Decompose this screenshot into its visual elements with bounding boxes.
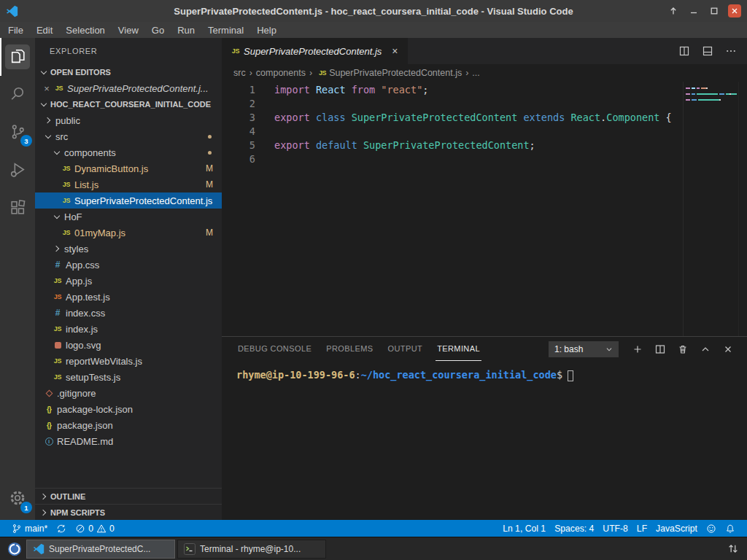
toggle-layout-icon[interactable]	[702, 45, 713, 57]
kill-terminal-icon[interactable]	[677, 343, 689, 355]
panel-tab-terminal[interactable]: TERMINAL	[436, 337, 481, 361]
split-editor-icon[interactable]	[678, 45, 690, 57]
new-terminal-icon[interactable]	[632, 343, 643, 355]
tree-item-package-json[interactable]: {}package.json	[35, 417, 222, 433]
tree-item-label: .gitignore	[57, 388, 96, 399]
tree-item-src[interactable]: src	[35, 128, 222, 144]
minimap[interactable]	[683, 82, 738, 336]
menu-run[interactable]: Run	[171, 22, 201, 38]
tree-item-01mymap-js[interactable]: JS01myMap.jsM	[35, 225, 222, 241]
editor-scrollbar[interactable]	[738, 82, 747, 336]
close-window-button[interactable]	[728, 4, 741, 18]
taskbar-window-label: Terminal - rhyme@ip-10...	[200, 544, 301, 554]
tree-item-superprivateprotectedcontent-js[interactable]: JSSuperPrivateProtectedContent.js	[35, 192, 222, 209]
tree-item-index-js[interactable]: JSindex.js	[35, 321, 222, 337]
close-panel-icon[interactable]	[722, 343, 734, 355]
line-number: 2	[222, 97, 255, 111]
tree-item-gitignore[interactable]: .gitignore	[35, 385, 222, 401]
activitybar-run-debug[interactable]	[0, 152, 35, 190]
minimize-window-button[interactable]	[687, 4, 700, 18]
panel-tabs: DEBUG CONSOLEPROBLEMSOUTPUTTERMINAL	[236, 337, 493, 361]
tree-item-list-js[interactable]: JSList.jsM	[35, 176, 222, 192]
code-editor[interactable]: 1import React from "react";23export clas…	[222, 82, 747, 336]
split-terminal-icon[interactable]	[654, 343, 666, 355]
tree-item-label: styles	[64, 244, 88, 254]
tree-item-styles[interactable]: styles	[35, 241, 222, 257]
status-encoding[interactable]: UTF-8	[598, 524, 632, 534]
panel-tab-output[interactable]: OUTPUT	[387, 337, 425, 361]
code-line: 6	[222, 152, 747, 166]
tree-item-app-css[interactable]: #App.css	[35, 257, 222, 273]
tree-item-app-test-js[interactable]: JSApp.test.js	[35, 289, 222, 305]
breadcrumb-item-superprivateprotectedcontent-js[interactable]: JSSuperPrivateProtectedContent.js	[316, 68, 462, 78]
tree-item-reportwebvitals-js[interactable]: JSreportWebVitals.js	[35, 353, 222, 369]
warning-icon	[96, 524, 107, 534]
chevron-right-icon	[38, 491, 50, 502]
shade-window-button[interactable]	[667, 4, 680, 18]
explorer-icon	[9, 47, 27, 68]
menu-terminal[interactable]: Terminal	[201, 22, 250, 38]
chevron-right-icon	[38, 507, 50, 518]
activitybar-settings[interactable]: 1	[0, 481, 35, 518]
tree-item-components[interactable]: components	[35, 144, 222, 160]
menu-help[interactable]: Help	[250, 22, 283, 38]
menu-file[interactable]: File	[1, 22, 30, 38]
activitybar-explorer[interactable]	[0, 38, 35, 76]
tree-item-setuptests-js[interactable]: JSsetupTests.js	[35, 369, 222, 385]
status-problems[interactable]: 0 0	[71, 520, 119, 537]
menu-go[interactable]: Go	[145, 22, 171, 38]
tree-item-public[interactable]: public	[35, 112, 222, 128]
terminal-path: ~/hoc_react_coursera_initial_code	[361, 369, 557, 381]
tree-item-readme-md[interactable]: iREADME.md	[35, 433, 222, 449]
breadcrumb-item-src[interactable]: src	[233, 68, 246, 78]
activitybar-extensions[interactable]	[0, 190, 35, 228]
activitybar-source-control[interactable]: 3	[0, 114, 35, 152]
section-outline[interactable]: OUTLINE	[35, 488, 222, 504]
close-tab-icon[interactable]: ×	[389, 45, 400, 57]
terminal-shell-select[interactable]: 1: bash	[549, 341, 619, 357]
status-feedback[interactable]	[702, 524, 721, 534]
panel-tab-debug-console[interactable]: DEBUG CONSOLE	[236, 337, 313, 361]
up-down-arrows-icon[interactable]	[727, 543, 743, 554]
tree-item-logo-svg[interactable]: logo.svg	[35, 337, 222, 353]
applications-menu-icon[interactable]	[4, 539, 25, 559]
chevron-down-icon	[604, 344, 614, 354]
tree-item-package-lock-json[interactable]: {}package-lock.json	[35, 401, 222, 417]
status-indentation[interactable]: Spaces: 4	[550, 524, 598, 534]
open-editor-item[interactable]: × JS SuperPrivateProtectedContent.j...	[35, 80, 222, 96]
menu-edit[interactable]: Edit	[30, 22, 59, 38]
maximize-window-button[interactable]	[708, 4, 721, 18]
taskbar-window-terminal-rhyme-ip-10[interactable]: Terminal - rhyme@ip-10...	[177, 540, 326, 559]
activitybar-search[interactable]	[0, 76, 35, 114]
taskbar-window-superprivateprotectedc[interactable]: SuperPrivateProtectedC...	[26, 540, 175, 559]
breadcrumb-item-components[interactable]: components	[256, 68, 306, 78]
file-icon-js: JS	[60, 181, 73, 188]
section-workspace[interactable]: HOC_REACT_COURSERA_INITIAL_CODE	[35, 96, 222, 112]
maximize-panel-icon[interactable]	[700, 343, 711, 355]
status-language[interactable]: JavaScript	[651, 524, 702, 534]
breadcrumb-label: src	[233, 68, 246, 78]
breadcrumb-item-[interactable]: ...	[472, 68, 479, 78]
tree-item-index-css[interactable]: #index.css	[35, 305, 222, 321]
terminal[interactable]: rhyme@ip-10-199-96-6:~/hoc_react_courser…	[222, 361, 747, 381]
line-number: 5	[222, 139, 255, 152]
status-sync[interactable]	[52, 520, 71, 537]
tree-item-label: HoF	[64, 211, 82, 222]
tree-item-label: README.md	[57, 436, 113, 447]
tree-item-dynamicbutton-js[interactable]: JSDynamicButton.jsM	[35, 160, 222, 176]
more-actions-icon[interactable]	[725, 45, 737, 57]
status-notifications[interactable]	[721, 524, 740, 534]
status-branch[interactable]: main*	[7, 520, 52, 537]
menu-view[interactable]: View	[112, 22, 145, 38]
tree-item-hof[interactable]: HoF	[35, 209, 222, 225]
status-eol[interactable]: LF	[632, 524, 651, 534]
menu-selection[interactable]: Selection	[59, 22, 111, 38]
status-cursor-position[interactable]: Ln 1, Col 1	[498, 524, 550, 534]
editor-tab[interactable]: JS SuperPrivateProtectedContent.js ×	[222, 38, 408, 64]
chevron-right-icon	[42, 114, 54, 126]
panel-tab-problems[interactable]: PROBLEMS	[325, 337, 374, 361]
tree-item-app-js[interactable]: JSApp.js	[35, 273, 222, 289]
section-npm-scripts[interactable]: NPM SCRIPTS	[35, 504, 222, 520]
section-open-editors[interactable]: OPEN EDITORS	[35, 64, 222, 80]
close-editor-icon[interactable]: ×	[41, 83, 53, 94]
